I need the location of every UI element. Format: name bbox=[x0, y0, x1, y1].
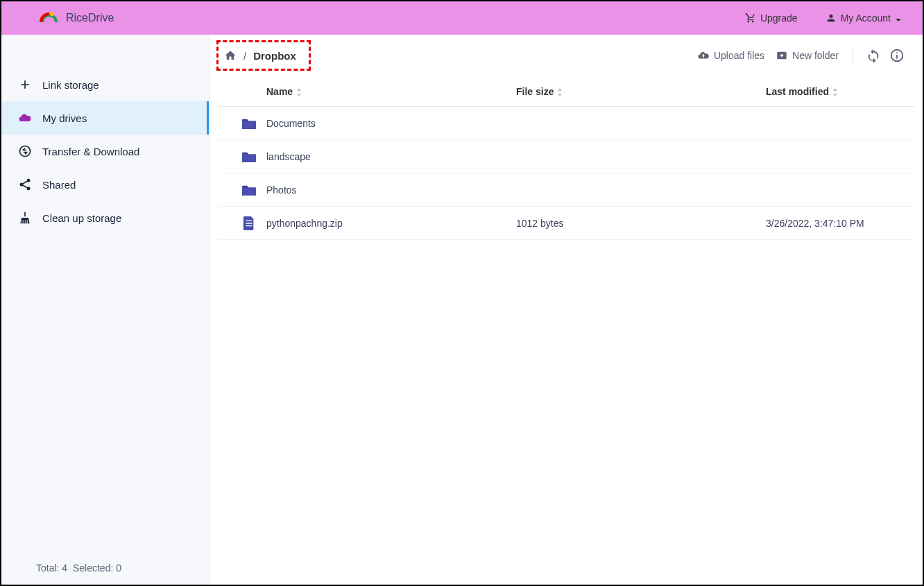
table-row[interactable]: pythonpachng.zip1012 bytes3/26/2022, 3:4… bbox=[218, 207, 914, 240]
file-table: Name File size Last modified Documentsla… bbox=[209, 76, 923, 240]
svg-point-3 bbox=[20, 183, 24, 187]
sidebar-item-label: Clean up storage bbox=[42, 212, 121, 224]
brand[interactable]: RiceDrive bbox=[40, 10, 114, 26]
info-button[interactable] bbox=[889, 48, 905, 63]
chevron-down-icon bbox=[895, 15, 902, 21]
svg-point-8 bbox=[896, 52, 898, 53]
new-folder-button[interactable]: New folder bbox=[770, 45, 844, 66]
upload-files-button[interactable]: Upload files bbox=[692, 45, 770, 66]
column-size[interactable]: File size bbox=[516, 86, 766, 97]
sidebar-item-label: My drives bbox=[42, 112, 87, 124]
content: / Dropbox Upload files New folder Name bbox=[209, 35, 923, 585]
sidebar-item-label: Shared bbox=[42, 179, 76, 191]
total-label: Total: bbox=[36, 562, 59, 574]
row-modified: 3/26/2022, 3:47:10 PM bbox=[766, 218, 864, 229]
sidebar-item-transfer-download[interactable]: Transfer & Download bbox=[1, 135, 209, 168]
cloud-upload-icon bbox=[697, 49, 710, 62]
svg-point-2 bbox=[27, 179, 31, 182]
column-name-label: Name bbox=[266, 86, 293, 97]
broom-icon bbox=[18, 211, 32, 225]
refresh-button[interactable] bbox=[866, 48, 881, 63]
file-icon bbox=[232, 216, 266, 230]
table-row[interactable]: Documents bbox=[218, 107, 914, 140]
svg-rect-10 bbox=[242, 154, 256, 162]
sidebar-item-link-storage[interactable]: Link storage bbox=[1, 68, 209, 101]
sidebar-item-label: Transfer & Download bbox=[42, 146, 139, 157]
table-row[interactable]: Photos bbox=[218, 173, 914, 207]
home-icon[interactable] bbox=[224, 49, 237, 62]
svg-point-0 bbox=[50, 12, 54, 16]
cart-icon bbox=[745, 12, 756, 24]
selected-label: Selected: bbox=[73, 562, 113, 574]
sort-icon bbox=[296, 87, 302, 96]
column-modified[interactable]: Last modified bbox=[766, 86, 839, 97]
folder-icon bbox=[232, 117, 266, 130]
sidebar-item-my-drives[interactable]: My drives bbox=[1, 101, 209, 135]
breadcrumb: / Dropbox bbox=[216, 40, 311, 71]
breadcrumb-separator: / bbox=[243, 50, 246, 62]
folder-plus-icon bbox=[776, 49, 788, 62]
table-row[interactable]: landscape bbox=[218, 140, 914, 173]
logo-icon bbox=[40, 10, 60, 26]
row-name: Photos bbox=[266, 184, 516, 196]
sort-icon bbox=[832, 87, 839, 96]
plus-icon bbox=[18, 78, 32, 92]
breadcrumb-current[interactable]: Dropbox bbox=[253, 50, 296, 62]
table-header: Name File size Last modified bbox=[218, 76, 914, 107]
new-folder-label: New folder bbox=[792, 50, 839, 61]
share-icon bbox=[18, 178, 32, 191]
svg-point-1 bbox=[20, 146, 31, 157]
row-name: landscape bbox=[266, 151, 516, 162]
sidebar-footer: Total: 4 Selected: 0 bbox=[1, 551, 209, 585]
account-button[interactable]: My Account bbox=[819, 8, 909, 28]
person-icon bbox=[825, 12, 837, 24]
column-name[interactable]: Name bbox=[266, 86, 516, 97]
upgrade-label: Upgrade bbox=[760, 12, 798, 24]
svg-rect-11 bbox=[242, 187, 256, 196]
sidebar-item-clean-up[interactable]: Clean up storage bbox=[1, 201, 209, 234]
toolbar: / Dropbox Upload files New folder bbox=[209, 35, 923, 76]
toolbar-divider bbox=[853, 46, 853, 65]
column-size-label: File size bbox=[516, 86, 554, 97]
column-modified-label: Last modified bbox=[766, 86, 829, 97]
sidebar-item-shared[interactable]: Shared bbox=[1, 168, 209, 201]
folder-icon bbox=[232, 150, 266, 163]
brand-name: RiceDrive bbox=[66, 12, 114, 24]
total-value: 4 bbox=[62, 562, 67, 574]
account-label: My Account bbox=[841, 12, 891, 24]
selected-value: 0 bbox=[116, 562, 121, 574]
sort-icon bbox=[556, 87, 563, 96]
folder-icon bbox=[232, 184, 266, 196]
sidebar-nav: Link storage My drives Transfer & Downlo… bbox=[1, 35, 209, 551]
svg-rect-9 bbox=[242, 121, 256, 129]
sidebar: Link storage My drives Transfer & Downlo… bbox=[1, 35, 209, 585]
sidebar-item-label: Link storage bbox=[42, 79, 99, 91]
table-body: DocumentslandscapePhotospythonpachng.zip… bbox=[218, 107, 914, 240]
upload-files-label: Upload files bbox=[714, 50, 764, 61]
app-header: RiceDrive Upgrade My Account bbox=[1, 1, 923, 35]
row-name: Documents bbox=[266, 118, 516, 129]
cloud-icon bbox=[18, 111, 32, 125]
svg-point-4 bbox=[27, 187, 31, 190]
main-area: Link storage My drives Transfer & Downlo… bbox=[1, 35, 923, 585]
row-name: pythonpachng.zip bbox=[266, 218, 516, 229]
row-size: 1012 bytes bbox=[516, 218, 766, 229]
upgrade-button[interactable]: Upgrade bbox=[738, 8, 805, 28]
transfer-icon bbox=[18, 144, 32, 158]
